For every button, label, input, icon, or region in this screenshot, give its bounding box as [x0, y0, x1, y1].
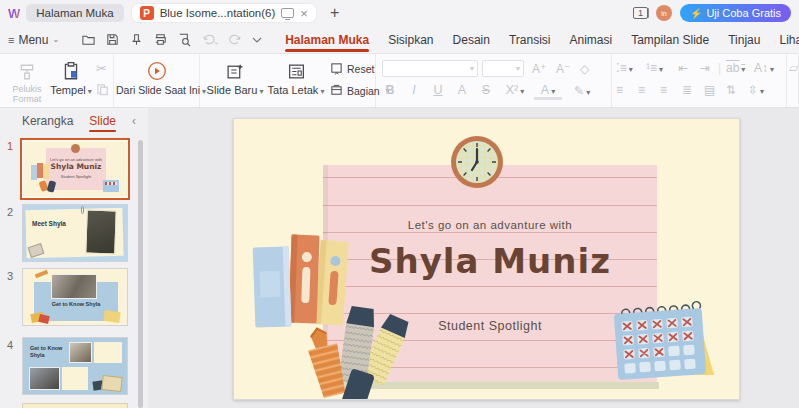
tab-desain[interactable]: Desain: [453, 28, 490, 52]
tab-tampilan-slide[interactable]: Tampilan Slide: [631, 28, 709, 52]
document-tab[interactable]: P Blue Isome...ntation(6) ×: [132, 4, 316, 22]
font-size-select[interactable]: [482, 60, 524, 77]
titlebar: W Halaman Muka P Blue Isome...ntation(6)…: [0, 0, 799, 26]
font-family-select[interactable]: [382, 60, 478, 77]
new-slide-icon: [226, 62, 245, 81]
tab-tinjau[interactable]: Tinjau: [728, 28, 760, 52]
italic-button[interactable]: I: [404, 83, 424, 97]
mini-photo: [69, 342, 92, 363]
panel-scrollbar[interactable]: [138, 140, 143, 408]
wps-logo-icon: W: [8, 6, 20, 21]
underline-button[interactable]: U: [428, 83, 448, 97]
numbering-button[interactable]: ¹≡: [646, 61, 663, 75]
slide-panel: Kerangka Slide ‹ 1 Let's go on an advant…: [0, 108, 148, 408]
font-color-button[interactable]: A: [534, 83, 562, 100]
layout-button[interactable]: Tata Letak: [266, 59, 326, 96]
play-icon: [147, 61, 167, 81]
play-from-current-slide-button[interactable]: Dari Slide Saat Ini: [116, 59, 198, 96]
slide-number: 2: [7, 206, 13, 218]
present-mode-icon[interactable]: [281, 8, 294, 18]
ribbon-overflow: ▱: [787, 54, 799, 107]
distribute-text-button[interactable]: ▤: [704, 83, 715, 97]
save-icon[interactable]: [105, 32, 120, 47]
open-folder-icon[interactable]: [81, 32, 96, 47]
mini-calendar-icon: [103, 180, 119, 192]
print-preview-icon[interactable]: [177, 32, 192, 47]
highlight-color-button[interactable]: ✎: [568, 83, 596, 98]
slide-thumbnail-1[interactable]: Let's go on an advanture with Shyla Muni…: [20, 138, 130, 200]
user-avatar[interactable]: in: [656, 5, 672, 21]
tab-transisi[interactable]: Transisi: [509, 28, 551, 52]
slide-thumbnail-2[interactable]: Meet Shyla: [22, 204, 128, 262]
new-tab-button[interactable]: +: [330, 4, 339, 22]
align-right-button[interactable]: ≡: [660, 83, 667, 97]
bullets-button[interactable]: ⁚≡: [616, 61, 633, 75]
markers-illustration[interactable]: [294, 295, 416, 400]
mini-marker-icon: [47, 180, 57, 192]
ribbon-toolbar: Pelukis Format Tempel ✂ Dari Slide Saat …: [0, 54, 799, 108]
paste-button[interactable]: Tempel: [50, 59, 92, 96]
print-icon[interactable]: [153, 32, 168, 47]
slide-thumbnail-4[interactable]: Get to Know Shyla: [22, 337, 128, 395]
chevron-down-icon: ⌄: [52, 35, 59, 44]
undo-icon[interactable]: [201, 32, 218, 47]
columns-button[interactable]: ⇅: [726, 83, 736, 97]
align-left-button[interactable]: ≡: [616, 83, 623, 97]
window-count-badge[interactable]: 1: [633, 7, 648, 19]
cut-button[interactable]: ✂: [96, 61, 107, 76]
copy-button[interactable]: [96, 83, 109, 96]
decrease-indent-button[interactable]: ⇤: [678, 61, 688, 75]
tab-lihat[interactable]: Lihat: [779, 28, 799, 52]
increase-indent-button[interactable]: ⇥: [700, 61, 710, 75]
menubar: ≡ Menu ⌄ Halaman Muka Sisipkan Desain Tr…: [0, 26, 799, 54]
reset-button[interactable]: Reset: [330, 62, 374, 75]
increase-font-button[interactable]: A⁺: [532, 62, 546, 76]
superscript-button[interactable]: X²: [500, 83, 530, 97]
menu-button[interactable]: ≡ Menu ⌄: [0, 33, 67, 47]
clock-icon: [449, 134, 505, 190]
strikethrough-button[interactable]: S: [476, 83, 496, 97]
align-center-button[interactable]: ≡: [638, 83, 645, 97]
redo-icon[interactable]: [227, 32, 242, 47]
free-trial-button[interactable]: Uji Coba Gratis: [680, 4, 791, 22]
format-painter-icon: [18, 63, 36, 81]
slide-number: 1: [7, 140, 13, 152]
bold-button[interactable]: B: [380, 83, 400, 97]
pin-icon[interactable]: [129, 32, 144, 47]
slideshow-group: Dari Slide Saat Ini: [114, 54, 200, 107]
slide-thumbnail-3[interactable]: Get to Know Shyla: [22, 268, 128, 326]
mini-photo: [29, 367, 60, 390]
decrease-font-button[interactable]: A⁻: [556, 62, 570, 76]
format-painter-button[interactable]: Pelukis Format: [4, 59, 50, 105]
home-tab[interactable]: Halaman Muka: [26, 4, 123, 22]
tab-sisipkan[interactable]: Sisipkan: [388, 28, 433, 52]
slide-number: 4: [7, 339, 13, 351]
close-tab-icon[interactable]: ×: [300, 7, 308, 20]
tab-animasi[interactable]: Animasi: [569, 28, 612, 52]
mini-clipboard-icon: [101, 375, 122, 392]
divider: |: [718, 61, 721, 75]
shape-format-button[interactable]: ▱: [789, 61, 799, 75]
main-slide[interactable]: Let's go on an advanture with Shyla Muni…: [233, 118, 740, 400]
tab-slide[interactable]: Slide: [89, 110, 116, 132]
clear-format-button[interactable]: ◇: [580, 62, 589, 76]
slide-caption-text[interactable]: Let's go on an advanture with: [323, 219, 657, 231]
text-orientation-button[interactable]: A↕: [754, 61, 774, 75]
new-slide-button[interactable]: Slide Baru: [206, 59, 264, 96]
clock-illustration[interactable]: [449, 134, 505, 190]
slide-thumbnail-5-partial[interactable]: [22, 403, 128, 408]
collapse-panel-icon[interactable]: ‹: [132, 114, 136, 128]
clipboard-group: Pelukis Format Tempel ✂: [0, 54, 114, 107]
slides-group: Slide Baru Tata Letak Reset Bagian: [200, 54, 376, 107]
calendar-illustration[interactable]: [610, 299, 724, 383]
line-spacing-button[interactable]: ⇳: [748, 83, 764, 97]
tab-kerangka[interactable]: Kerangka: [22, 110, 73, 132]
text-direction-button[interactable]: ab: [726, 61, 745, 75]
calendar-icon: [610, 299, 724, 383]
highlighters-icon: [294, 295, 416, 400]
tab-halaman-muka[interactable]: Halaman Muka: [285, 28, 369, 52]
menu-label: Menu: [18, 33, 48, 47]
justify-button[interactable]: ≣: [682, 83, 692, 97]
character-spacing-button[interactable]: A: [452, 83, 472, 97]
toolbar-more-icon[interactable]: [251, 34, 263, 46]
